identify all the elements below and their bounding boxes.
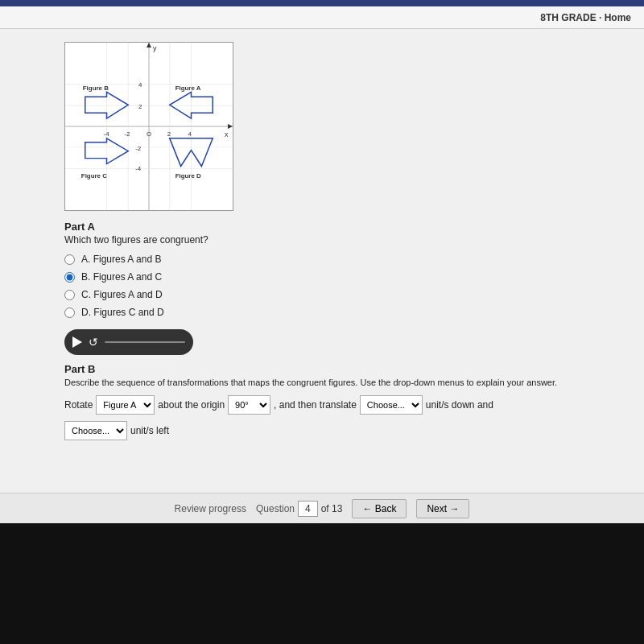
audio-player[interactable]: ↺	[64, 329, 193, 355]
part-b-section: Part B Describe the sequence of transfor…	[64, 363, 620, 440]
transform-row-1: Rotate Figure A Figure B Figure C Figure…	[64, 395, 620, 415]
option-a-text: A. Figures A and B	[81, 254, 161, 265]
option-d-text: D. Figures C and D	[81, 307, 164, 318]
svg-text:2: 2	[167, 130, 171, 138]
option-c-text: C. Figures A and D	[81, 289, 163, 300]
audio-progress-line	[105, 341, 185, 343]
transform-row-2: Choose... 1 2 3 4 unit/s left	[64, 421, 620, 440]
choose-2-select[interactable]: Choose... 1 2 3 4	[64, 421, 127, 440]
svg-marker-11	[147, 43, 151, 47]
screen: 8TH GRADE · Home x	[0, 0, 644, 644]
part-a-label: Part A	[64, 221, 620, 233]
svg-text:2: 2	[138, 103, 142, 110]
degrees-select[interactable]: 90° 180° 270°	[228, 395, 270, 415]
part-a-question: Which two figures are congruent?	[64, 234, 620, 246]
svg-text:-4: -4	[104, 130, 110, 138]
option-d-row: D. Figures C and D	[64, 307, 620, 318]
play-button[interactable]	[72, 336, 82, 348]
svg-text:-4: -4	[135, 165, 142, 172]
question-label: Question	[256, 503, 295, 514]
svg-text:4: 4	[138, 81, 142, 89]
graph-container: x y -4 -2 O 2 4 4 2 -2 -4	[64, 42, 233, 211]
units-left-label: unit/s left	[130, 425, 169, 436]
content-area: x y -4 -2 O 2 4 4 2 -2 -4	[0, 29, 644, 528]
translate-label: , and then translate	[274, 399, 357, 411]
top-bar	[0, 0, 644, 6]
footer-bar: Review progress Question 4 of 13 ← Back …	[0, 493, 644, 523]
svg-text:Figure A: Figure A	[175, 85, 201, 92]
part-b-label: Part B	[64, 363, 620, 375]
review-progress-link[interactable]: Review progress	[175, 503, 246, 514]
figure-select[interactable]: Figure A Figure B Figure C Figure D	[96, 395, 155, 415]
svg-text:y: y	[153, 44, 157, 52]
svg-text:4: 4	[188, 130, 192, 138]
option-a-row: A. Figures A and B	[64, 254, 620, 265]
question-box: Question 4 of 13	[256, 501, 342, 517]
svg-text:Figure C: Figure C	[81, 172, 107, 180]
svg-text:O: O	[147, 130, 151, 138]
rotate-label: Rotate	[64, 399, 93, 411]
option-c-radio[interactable]	[64, 290, 75, 300]
question-number: 4	[298, 501, 318, 517]
svg-text:-2: -2	[124, 130, 130, 138]
option-b-row: B. Figures A and C	[64, 271, 620, 283]
part-a-section: Part A Which two figures are congruent? …	[64, 221, 620, 318]
svg-text:Figure B: Figure B	[83, 85, 109, 92]
about-origin-label: about the origin	[158, 399, 225, 411]
option-b-text: B. Figures A and C	[81, 271, 162, 283]
of-label: of 13	[321, 503, 343, 514]
option-b-radio[interactable]	[64, 272, 75, 283]
svg-text:x: x	[225, 130, 229, 138]
svg-text:-2: -2	[135, 145, 141, 152]
option-d-radio[interactable]	[64, 308, 75, 318]
coordinate-graph: x y -4 -2 O 2 4 4 2 -2 -4	[65, 43, 233, 210]
svg-marker-10	[228, 124, 233, 129]
back-button[interactable]: ← Back	[352, 499, 407, 518]
svg-text:Figure D: Figure D	[175, 172, 201, 180]
next-button[interactable]: Next →	[416, 499, 469, 518]
audio-icon: ↺	[89, 336, 98, 349]
choose-1-select[interactable]: Choose... 1 2 3 4	[360, 395, 423, 415]
header-bar: 8TH GRADE · Home	[0, 6, 644, 29]
grade-text: 8TH GRADE · Home	[540, 12, 631, 23]
option-c-row: C. Figures A and D	[64, 289, 620, 300]
option-a-radio[interactable]	[64, 254, 75, 265]
units-down-label: unit/s down and	[426, 399, 493, 411]
bottom-bezel	[0, 523, 644, 644]
part-b-description: Describe the sequence of transformations…	[64, 378, 588, 387]
